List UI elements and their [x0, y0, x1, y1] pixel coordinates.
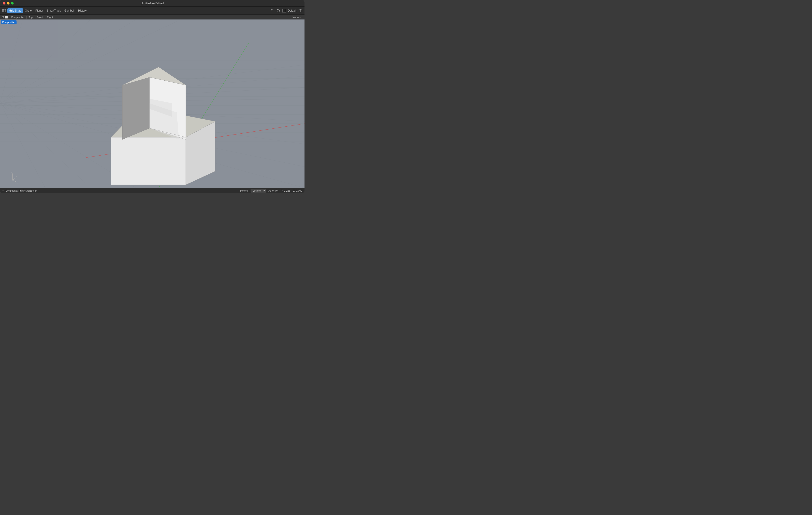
toolbar-btn-ortho[interactable]: Ortho: [23, 8, 33, 13]
toolbar-btn-gumball[interactable]: Gumball: [62, 8, 76, 13]
tab-right[interactable]: Right: [45, 16, 55, 19]
coord-z: Z: 0.000: [293, 189, 302, 192]
units-label: Meters: [240, 189, 248, 192]
svg-rect-3: [299, 9, 301, 12]
viewport-single-icon[interactable]: ⬜: [5, 16, 8, 19]
window-title: Untitled — Edited: [141, 2, 164, 5]
main-viewport[interactable]: Perspective: [0, 20, 304, 188]
toolbar-buttons: Grid SnapOrthoPlanarSmartTrackGumballHis…: [7, 8, 88, 13]
svg-rect-4: [301, 9, 302, 12]
default-label[interactable]: Default: [288, 9, 296, 12]
tab-perspective[interactable]: Perspective: [9, 16, 26, 19]
toolbar-btn-history[interactable]: History: [76, 8, 88, 13]
right-panel-toggle-icon[interactable]: [298, 8, 303, 13]
toolbar: Grid SnapOrthoPlanarSmartTrackGumballHis…: [0, 6, 304, 14]
traffic-lights: [3, 2, 13, 4]
close-button[interactable]: [3, 2, 5, 4]
layouts-button[interactable]: Layouts...: [292, 16, 303, 19]
statusbar: ≡ Command: RunPythonScript Meters CPlane…: [0, 188, 304, 193]
statusbar-right: Meters CPlane World X: -0.874 Y: 1.265 Z…: [240, 189, 302, 192]
titlebar: Untitled — Edited: [0, 0, 304, 6]
sidebar-toggle-icon[interactable]: [2, 8, 6, 13]
viewport-tab-bar: ⊞ ⬜ | Perspective | Top | Front | Right …: [0, 14, 304, 20]
command-text: Command: RunPythonScript: [5, 189, 37, 192]
svg-text:z: z: [11, 171, 12, 173]
tab-front[interactable]: Front: [35, 16, 45, 19]
toolbar-btn-smarttrack[interactable]: SmartTrack: [45, 8, 63, 13]
viewport-scene: z y x: [0, 20, 304, 188]
cplane-select[interactable]: CPlane World: [251, 189, 266, 192]
command-icon: ≡: [2, 189, 4, 192]
coord-x: X: -0.874: [268, 189, 279, 192]
minimize-button[interactable]: [7, 2, 9, 4]
undo-icon[interactable]: [270, 8, 274, 13]
svg-rect-0: [2, 9, 4, 12]
svg-point-2: [277, 9, 280, 12]
svg-marker-38: [111, 137, 186, 185]
svg-text:x: x: [16, 176, 17, 178]
maximize-button[interactable]: [11, 2, 13, 4]
tab-top[interactable]: Top: [27, 16, 34, 19]
viewport-container: Perspective: [0, 20, 304, 188]
svg-rect-1: [4, 9, 6, 12]
color-swatch[interactable]: [282, 9, 286, 12]
viewport-active-label: Perspective: [1, 20, 17, 24]
circle-icon[interactable]: [276, 8, 281, 13]
coord-y: Y: 1.265: [281, 189, 290, 192]
toolbar-right: Default: [270, 8, 303, 13]
viewport-grid-icon[interactable]: ⊞: [2, 16, 4, 19]
toolbar-btn-planar[interactable]: Planar: [33, 8, 45, 13]
toolbar-btn-grid-snap[interactable]: Grid Snap: [7, 8, 23, 13]
svg-text:y: y: [18, 181, 19, 183]
